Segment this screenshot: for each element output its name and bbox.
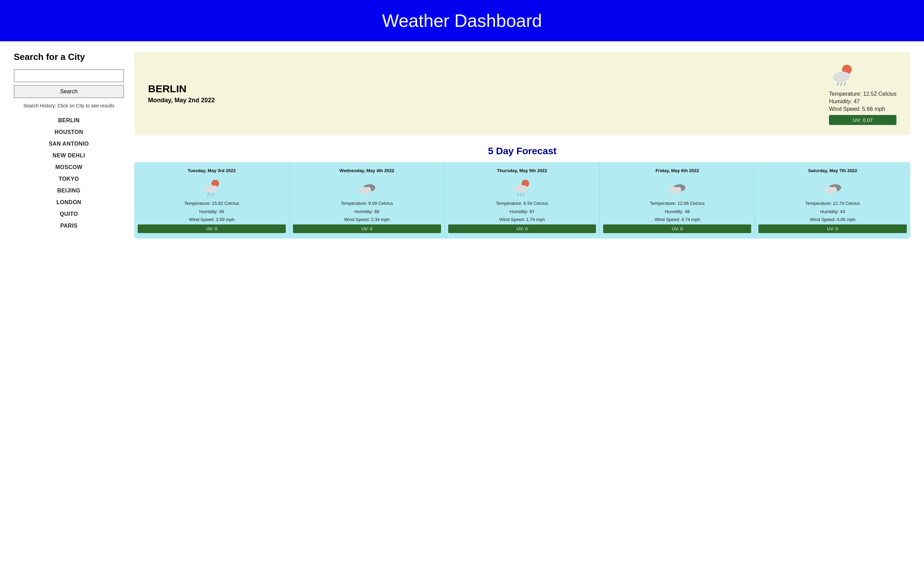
forecast-date: Thursday, May 5th 2022 (497, 168, 547, 174)
city-date: Monday, May 2nd 2022 (148, 97, 215, 104)
forecast-date: Wednesday, May 4th 2022 (340, 168, 394, 174)
forecast-wind-speed: Wind Speed: 4.06 mph (810, 216, 855, 223)
sidebar: Search for a City Search Search History:… (14, 52, 124, 232)
forecast-uv-badge: UV: 0 (603, 224, 751, 233)
city-list-item[interactable]: HOUSTON (14, 126, 124, 138)
forecast-humidity: Humidity: 88 (354, 208, 379, 215)
search-history-label: Search History: Click on City to see res… (14, 103, 124, 108)
forecast-wind-speed: Wind Speed: 1.74 mph (499, 216, 545, 223)
city-list-item[interactable]: QUITO (14, 208, 124, 220)
forecast-uv-badge: UV: 0 (448, 224, 596, 233)
search-button[interactable]: Search (14, 85, 124, 98)
city-list-item[interactable]: BERLIN (14, 114, 124, 126)
forecast-temperature: Temperature: 12.06 Celcius (650, 200, 705, 207)
forecast-col: Wednesday, May 4th 2022 Temperature: 9.0… (290, 162, 445, 239)
current-weather-card: BERLIN Monday, May 2nd 2022 Tempe (134, 52, 910, 135)
forecast-weather-icon (201, 178, 222, 200)
svg-point-19 (365, 187, 371, 192)
svg-point-3 (843, 72, 850, 79)
svg-point-23 (522, 185, 527, 191)
city-list-item[interactable]: MOSCOW (14, 161, 124, 173)
svg-point-10 (212, 185, 217, 191)
svg-point-9 (204, 186, 210, 192)
forecast-temperature: Temperature: 15.62 Celcius (184, 200, 239, 207)
forecast-col: Saturday, May 7th 2022 Temperature: 12.7… (755, 162, 910, 239)
svg-point-32 (676, 187, 681, 192)
forecast-section: 5 Day Forecast Tuesday, May 3rd 2022 Tem… (134, 146, 910, 239)
current-wind-speed: Wind Speed: 5.66 mph (829, 106, 897, 112)
city-list: BERLINHOUSTONSAN ANTONIONEW DEHLIMOSCOWT… (14, 114, 124, 232)
svg-line-26 (523, 193, 524, 196)
forecast-col: Friday, May 6th 2022 Temperature: 12.06 … (600, 162, 755, 239)
forecast-grid: Tuesday, May 3rd 2022 Temperature: 15.62… (134, 162, 910, 239)
right-content: BERLIN Monday, May 2nd 2022 Tempe (134, 52, 910, 239)
city-date-section: BERLIN Monday, May 2nd 2022 (148, 83, 215, 104)
svg-line-12 (210, 193, 211, 196)
current-weather-icon (829, 62, 856, 90)
main-layout: Search for a City Search Search History:… (0, 41, 924, 249)
forecast-weather-icon (357, 178, 377, 200)
svg-line-5 (841, 82, 842, 85)
forecast-temperature: Temperature: 6.54 Celcius (496, 200, 548, 207)
forecast-humidity: Humidity: 97 (510, 208, 534, 215)
forecast-wind-speed: Wind Speed: 4.74 mph (654, 216, 700, 223)
current-uv-badge: UV: 0.07 (829, 115, 897, 125)
city-name: BERLIN (148, 83, 215, 95)
forecast-temperature: Temperature: 12.79 Celcius (805, 200, 860, 207)
city-list-item[interactable]: SAN ANTONIO (14, 138, 124, 150)
forecast-date: Tuesday, May 3rd 2022 (188, 168, 236, 174)
forecast-uv-badge: UV: 0 (138, 224, 286, 233)
forecast-humidity: Humidity: 43 (820, 208, 845, 215)
forecast-weather-icon (667, 178, 687, 200)
search-input[interactable] (14, 69, 124, 82)
svg-point-22 (514, 186, 520, 192)
forecast-uv-badge: UV: 0 (758, 224, 907, 233)
forecast-col: Thursday, May 5th 2022 Temperature: 6.54… (445, 162, 600, 239)
current-humidity: Humidity: 47 (829, 98, 897, 105)
city-list-item[interactable]: NEW DEHLI (14, 150, 124, 161)
forecast-uv-badge: UV: 0 (293, 224, 441, 233)
svg-point-38 (831, 187, 837, 192)
svg-line-24 (518, 193, 519, 196)
city-list-item[interactable]: LONDON (14, 197, 124, 208)
svg-line-13 (213, 193, 214, 196)
current-temperature: Temperature: 12.52 Celcius (829, 91, 897, 97)
forecast-title: 5 Day Forecast (134, 146, 910, 156)
forecast-humidity: Humidity: 48 (665, 208, 689, 215)
forecast-wind-speed: Wind Speed: 3.59 mph (189, 216, 235, 223)
forecast-col: Tuesday, May 3rd 2022 Temperature: 15.62… (134, 162, 290, 239)
svg-point-2 (833, 73, 841, 81)
forecast-weather-icon (512, 178, 532, 200)
forecast-date: Friday, May 6th 2022 (655, 168, 699, 174)
svg-line-4 (837, 82, 839, 85)
forecast-temperature: Temperature: 9.09 Celcius (341, 200, 393, 207)
sidebar-title: Search for a City (14, 52, 124, 62)
svg-line-6 (844, 82, 845, 85)
forecast-weather-icon (823, 178, 843, 200)
svg-point-31 (668, 188, 675, 194)
forecast-humidity: Humidity: 49 (199, 208, 224, 215)
app-title: Weather Dashboard (7, 10, 917, 31)
forecast-date: Saturday, May 7th 2022 (808, 168, 857, 174)
city-list-item[interactable]: TOKYO (14, 173, 124, 185)
svg-line-25 (520, 193, 522, 196)
city-list-item[interactable]: BEIJING (14, 185, 124, 197)
app-header: Weather Dashboard (0, 0, 924, 41)
svg-line-11 (208, 193, 209, 196)
city-list-item[interactable]: PARIS (14, 220, 124, 232)
svg-point-18 (358, 188, 365, 194)
svg-point-37 (824, 188, 831, 194)
current-weather-info: Temperature: 12.52 Celcius Humidity: 47 … (829, 62, 897, 125)
forecast-wind-speed: Wind Speed: 2.34 mph (344, 216, 390, 223)
